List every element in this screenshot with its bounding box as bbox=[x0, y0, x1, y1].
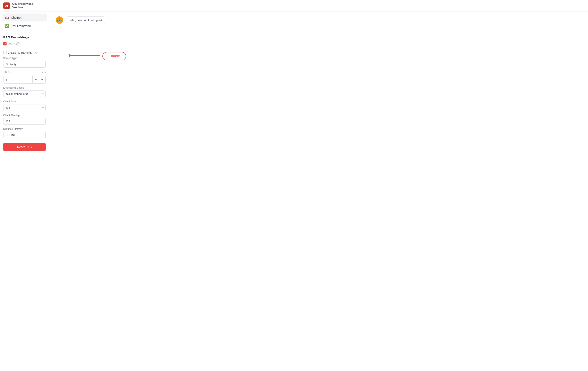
embedding-model-label: Embedding Model: bbox=[3, 86, 46, 89]
topk-section: Top K ? 4 − + bbox=[3, 70, 46, 84]
chat-bubble: Hello, how can I help you? bbox=[65, 16, 105, 24]
rag-help-icon[interactable]: ? bbox=[16, 42, 20, 45]
test-framework-icon: ✅ bbox=[5, 24, 9, 28]
rag-enabled-checkbox[interactable] bbox=[3, 42, 7, 45]
app-branding: AI AI Microservices Sandbox bbox=[3, 2, 33, 9]
reranking-row: Enable Re-Ranking? ? bbox=[3, 51, 46, 54]
topk-increment-button[interactable]: + bbox=[39, 76, 45, 83]
app-title: AI Microservices Sandbox bbox=[12, 2, 33, 9]
distance-strategy-label: Distance Strategy: bbox=[3, 127, 46, 130]
rag-divider bbox=[3, 48, 46, 48]
chat-area: 🤖 Hello, how can I help you? bbox=[49, 11, 588, 371]
search-type-label: Search Type bbox=[3, 57, 46, 60]
chunk-overlap-wrapper: 0 50 103 200 ▾ bbox=[3, 118, 46, 125]
topk-help-icon[interactable]: ? bbox=[42, 71, 46, 74]
chunk-size-wrapper: 256 512 1024 2048 ▾ bbox=[3, 104, 46, 111]
top-bar: AI AI Microservices Sandbox ⋮ bbox=[0, 0, 588, 11]
chatbot-icon: 🤖 bbox=[5, 16, 9, 20]
topk-decrement-button[interactable]: − bbox=[32, 76, 39, 83]
rag-enabled-row: RAG? ? bbox=[3, 42, 46, 45]
chunk-overlap-select[interactable]: 0 50 103 200 bbox=[3, 118, 46, 125]
distance-strategy-wrapper: COSINE EUCLIDEAN_DISTANCE DOT_PRODUCT ▾ bbox=[3, 132, 46, 138]
more-options-icon[interactable]: ⋮ bbox=[577, 2, 585, 9]
chunk-size-select[interactable]: 256 512 1024 2048 bbox=[3, 104, 46, 111]
sidebar-nav: 🤖 ChatBot ✅ Test Framework bbox=[0, 11, 49, 32]
sidebar: 🤖 ChatBot ✅ Test Framework RAG Embedding… bbox=[0, 11, 49, 371]
chunk-size-label: Chunk Size: bbox=[3, 100, 46, 103]
sidebar-item-test-framework-label: Test Framework bbox=[11, 24, 32, 28]
topk-label: Top K bbox=[3, 70, 10, 73]
reranking-label: Enable Re-Ranking? bbox=[8, 51, 32, 54]
app-logo: AI bbox=[3, 2, 10, 9]
chunk-overlap-label: Chunk Overlap: bbox=[3, 114, 46, 117]
topk-value: 4 bbox=[3, 77, 32, 83]
topk-label-row: Top K ? bbox=[3, 70, 46, 74]
bot-avatar: 🤖 bbox=[56, 16, 63, 24]
greeting-text: Hello, how can I help you? bbox=[69, 19, 102, 22]
sidebar-item-chatbot-label: ChatBot bbox=[11, 16, 21, 19]
search-type-wrapper: Similarity MMR Similarity Score Threshol… bbox=[3, 61, 46, 68]
distance-strategy-select[interactable]: COSINE EUCLIDEAN_DISTANCE DOT_PRODUCT bbox=[3, 132, 46, 138]
embedding-model-select[interactable]: mxbai-embed-large nomic-embed-text all-m… bbox=[3, 91, 46, 97]
rag-panel-title: RAG Embeddings bbox=[3, 35, 46, 39]
sidebar-item-chatbot[interactable]: 🤖 ChatBot bbox=[2, 13, 47, 21]
reranking-checkbox[interactable] bbox=[3, 51, 7, 54]
reranking-help-icon[interactable]: ? bbox=[34, 51, 37, 54]
main-layout: 🤖 ChatBot ✅ Test Framework RAG Embedding… bbox=[0, 11, 588, 371]
rag-enabled-label: RAG? bbox=[8, 42, 15, 45]
embedding-model-wrapper: mxbai-embed-large nomic-embed-text all-m… bbox=[3, 91, 46, 97]
rag-embeddings-panel: RAG Embeddings RAG? ? Enable Re-Ranking?… bbox=[0, 32, 49, 371]
chat-message: 🤖 Hello, how can I help you? bbox=[56, 16, 581, 24]
search-type-select[interactable]: Similarity MMR Similarity Score Threshol… bbox=[3, 61, 46, 68]
main-content: 🤖 Hello, how can I help you? Enable bbox=[49, 11, 588, 371]
sidebar-item-test-framework[interactable]: ✅ Test Framework bbox=[2, 22, 47, 30]
reset-rag-button[interactable]: Reset RAG bbox=[3, 143, 46, 151]
topk-stepper: 4 − + bbox=[3, 76, 46, 84]
